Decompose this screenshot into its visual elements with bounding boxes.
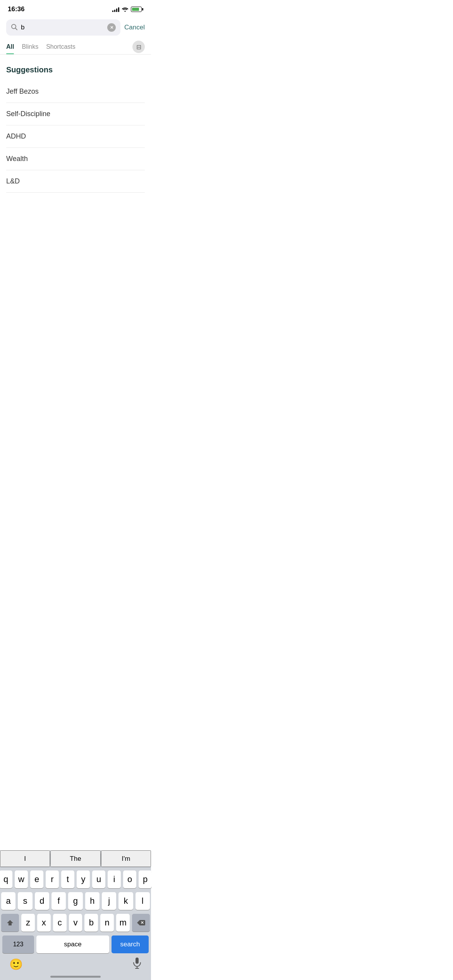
suggestion-item[interactable]: Jeff Bezos <box>6 81 145 103</box>
suggestion-item[interactable]: L&D <box>6 170 145 193</box>
status-icons <box>112 7 143 12</box>
search-input-wrapper[interactable] <box>6 19 120 36</box>
signal-icon <box>112 7 119 12</box>
suggestion-item[interactable]: ADHD <box>6 125 145 148</box>
tab-shortcasts[interactable]: Shortcasts <box>46 39 76 54</box>
cancel-button[interactable]: Cancel <box>124 24 145 31</box>
svg-line-1 <box>15 28 17 29</box>
clear-button[interactable] <box>107 23 116 32</box>
search-input[interactable] <box>21 24 104 31</box>
suggestions-section: Suggestions Jeff Bezos Self-Discipline A… <box>0 55 151 193</box>
tabs-container: All Blinks Shortcasts <box>0 39 151 55</box>
tab-all[interactable]: All <box>6 39 14 54</box>
search-bar-container: Cancel <box>0 15 151 39</box>
status-bar: 16:36 <box>0 0 151 15</box>
suggestion-item[interactable]: Wealth <box>6 148 145 170</box>
filter-button[interactable] <box>132 41 145 53</box>
search-icon <box>11 24 18 32</box>
status-time: 16:36 <box>8 5 24 13</box>
wifi-icon <box>122 7 129 12</box>
suggestions-title: Suggestions <box>6 65 145 74</box>
suggestion-item[interactable]: Self-Discipline <box>6 103 145 125</box>
tab-blinks[interactable]: Blinks <box>22 39 38 54</box>
battery-icon <box>131 7 143 12</box>
